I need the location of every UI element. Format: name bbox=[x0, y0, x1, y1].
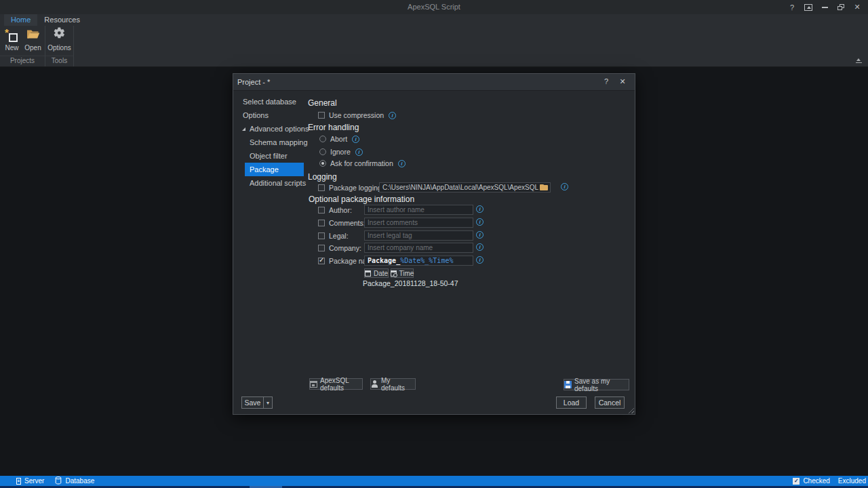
info-icon[interactable] bbox=[389, 112, 396, 119]
ignore-radio[interactable] bbox=[319, 148, 326, 155]
statusbar-right: ✓ Checked Excluded bbox=[793, 477, 868, 485]
logging-folder-checkbox[interactable] bbox=[318, 184, 325, 191]
collapse-ribbon-icon[interactable] bbox=[856, 58, 862, 63]
checked-label: Checked bbox=[803, 477, 829, 485]
tab-resources[interactable]: Resources bbox=[37, 14, 87, 26]
ribbon-groups: * New Open Projects Options Tools bbox=[0, 26, 74, 66]
info-icon[interactable] bbox=[476, 243, 484, 251]
excluded-status: Excluded bbox=[838, 477, 866, 485]
cancel-button[interactable]: Cancel bbox=[595, 396, 625, 409]
company-checkbox[interactable] bbox=[318, 245, 325, 251]
database-icon bbox=[55, 476, 62, 486]
info-icon[interactable] bbox=[398, 160, 406, 167]
server-label: Server bbox=[24, 477, 44, 485]
ignore-row: Ignore bbox=[319, 147, 363, 157]
logging-folder-input[interactable] bbox=[379, 182, 551, 192]
my-defaults-button[interactable]: My defaults bbox=[370, 378, 416, 390]
package-name-input[interactable]: Package_%Date%_%Time% bbox=[364, 256, 473, 266]
server-status: Server bbox=[16, 477, 44, 485]
ask-for-confirmation-row: Ask for confirmation bbox=[319, 159, 406, 168]
close-button[interactable]: ✕ bbox=[849, 0, 865, 14]
comments-checkbox[interactable] bbox=[318, 220, 325, 226]
window-titlebar: ApexSQL Script ? ✕ bbox=[0, 0, 868, 14]
apexsql-defaults-button[interactable]: ApexSQL defaults bbox=[309, 378, 363, 390]
dialog-sidebar: Select database Options Advanced options… bbox=[233, 95, 304, 190]
info-icon[interactable] bbox=[561, 183, 568, 190]
open-project-button[interactable]: Open bbox=[22, 26, 43, 56]
company-label: Company: bbox=[329, 244, 361, 252]
ask-for-confirmation-label: Ask for confirmation bbox=[330, 159, 393, 167]
help-icon[interactable]: ? bbox=[784, 0, 800, 14]
use-compression-row: Use compression bbox=[318, 110, 396, 120]
ask-for-confirmation-radio[interactable] bbox=[319, 160, 326, 167]
restore-icon bbox=[837, 4, 844, 10]
ribbon-display-options-icon[interactable] bbox=[800, 0, 816, 14]
minimize-icon bbox=[822, 7, 828, 8]
sidebar-item-object-filter[interactable]: Object filter bbox=[233, 149, 304, 163]
load-button[interactable]: Load bbox=[556, 396, 587, 409]
info-icon[interactable] bbox=[476, 205, 484, 213]
date-token-button[interactable]: Date bbox=[364, 268, 389, 278]
new-project-button[interactable]: * New bbox=[1, 26, 22, 56]
sidebar-item-select-database[interactable]: Select database bbox=[233, 95, 304, 108]
abort-radio[interactable] bbox=[319, 136, 326, 142]
options-button-label: Options bbox=[47, 44, 71, 52]
dialog-titlebar: Project - * ? ✕ bbox=[233, 74, 635, 91]
sidebar-item-package[interactable]: Package bbox=[245, 163, 304, 176]
open-folder-icon bbox=[26, 29, 40, 42]
window-title: ApexSQL Script bbox=[0, 3, 868, 11]
package-name-checkbox[interactable] bbox=[318, 258, 325, 264]
sidebar-item-additional-scripts[interactable]: Additional scripts bbox=[233, 176, 304, 190]
statusbar: Server Database ✓ Checked Excluded bbox=[0, 476, 868, 486]
save-as-my-defaults-button[interactable]: Save as my defaults bbox=[564, 379, 629, 390]
comments-input[interactable] bbox=[364, 218, 473, 228]
minimize-button[interactable] bbox=[816, 0, 833, 14]
dialog-close-icon[interactable]: ✕ bbox=[617, 77, 628, 86]
person-icon bbox=[371, 380, 378, 388]
author-checkbox[interactable] bbox=[318, 207, 325, 214]
save-dropdown-button[interactable]: ▾ bbox=[264, 396, 273, 409]
section-general: General bbox=[308, 98, 337, 108]
info-icon[interactable] bbox=[476, 256, 484, 264]
abort-row: Abort bbox=[319, 134, 359, 144]
company-row: Company: bbox=[318, 243, 361, 253]
resize-grip[interactable] bbox=[628, 407, 634, 413]
info-icon[interactable] bbox=[352, 136, 359, 143]
section-logging: Logging bbox=[308, 172, 337, 182]
author-input[interactable] bbox=[364, 205, 473, 215]
section-optional-package-information: Optional package information bbox=[309, 195, 414, 204]
ignore-label: Ignore bbox=[330, 148, 351, 156]
restore-button[interactable] bbox=[833, 0, 849, 14]
info-icon[interactable] bbox=[476, 218, 484, 226]
company-input[interactable] bbox=[364, 243, 473, 253]
tab-home[interactable]: Home bbox=[4, 14, 37, 26]
comments-label: Comments: bbox=[329, 219, 366, 227]
info-icon[interactable] bbox=[355, 148, 363, 156]
time-token-button[interactable]: Time bbox=[391, 268, 414, 278]
checked-icon: ✓ bbox=[793, 478, 800, 485]
legal-input[interactable] bbox=[364, 230, 473, 241]
panorama-icon bbox=[804, 4, 812, 11]
section-error-handling: Error handling bbox=[308, 123, 359, 132]
info-icon[interactable] bbox=[476, 231, 484, 239]
sidebar-item-advanced-options[interactable]: Advanced options bbox=[233, 122, 304, 136]
browse-folder-icon[interactable] bbox=[540, 184, 548, 190]
sidebar-item-schema-mapping[interactable]: Schema mapping bbox=[233, 136, 304, 149]
open-button-label: Open bbox=[24, 44, 41, 52]
sidebar-item-options[interactable]: Options bbox=[233, 108, 304, 122]
new-button-label: New bbox=[5, 44, 18, 52]
options-button[interactable]: Options bbox=[47, 26, 72, 56]
dialog-help-icon[interactable]: ? bbox=[601, 77, 612, 85]
dialog-title: Project - * bbox=[237, 78, 270, 86]
apexsql-defaults-icon bbox=[310, 381, 317, 388]
expanded-triangle-icon[interactable] bbox=[242, 127, 245, 131]
checked-status: ✓ Checked bbox=[793, 477, 829, 485]
use-compression-checkbox[interactable] bbox=[318, 112, 325, 119]
ribbon-tabs: Home Resources bbox=[4, 14, 87, 26]
package-name-preview: Package_20181128_18-50-47 bbox=[363, 279, 458, 287]
legal-checkbox[interactable] bbox=[318, 232, 325, 239]
legal-row: Legal: bbox=[318, 231, 349, 241]
ribbon-group-tools: Options Tools bbox=[45, 26, 74, 66]
author-row: Author: bbox=[318, 205, 352, 215]
save-button[interactable]: Save bbox=[241, 396, 264, 409]
